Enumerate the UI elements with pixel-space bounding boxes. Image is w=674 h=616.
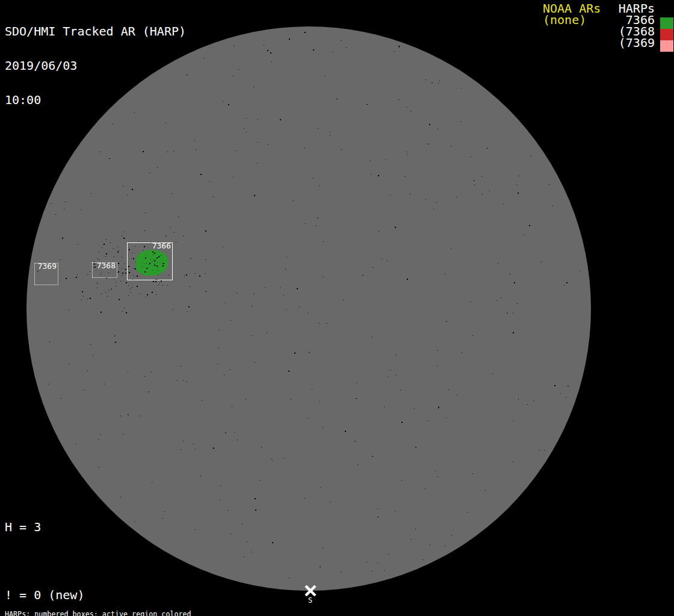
active-region-blob <box>136 250 168 276</box>
page-title: SDO/HMI Tracked AR (HARP) <box>5 26 186 37</box>
time-label: 10:00 <box>5 94 186 106</box>
harp-count: H = 3 <box>5 522 143 533</box>
harps-legend-item: (7369 <box>619 37 655 49</box>
harp-box-7369: 7369 <box>34 263 58 285</box>
harp-box-7366: 7366 <box>127 242 173 280</box>
harps-color-swatches <box>660 17 673 52</box>
noaa-ars-value: (none) <box>543 14 601 26</box>
title-block: SDO/HMI Tracked AR (HARP) 2019/06/03 10:… <box>5 3 186 129</box>
harp-7369-swatch <box>660 40 673 52</box>
harp-box-label: 7368 <box>97 262 116 270</box>
harp-box-label: 7369 <box>38 262 57 271</box>
date-label: 2019/06/03 <box>5 60 186 72</box>
harp-full-disk-plot: SDO/HMI Tracked AR (HARP) 2019/06/03 10:… <box>0 0 674 616</box>
harp-7368-swatch <box>660 29 673 40</box>
noaa-ars-legend: NOAA ARs (none) <box>543 3 601 26</box>
harp-box-label: 7366 <box>152 242 171 250</box>
south-pole-cross-icon <box>304 584 317 597</box>
harps-legend: HARPs 7366 (7368 (7369 <box>619 3 655 49</box>
harp-box-7368: 7368 <box>92 262 117 278</box>
footer-caption: HARPs: numbered boxes; active region col… <box>5 596 250 616</box>
south-pole-label: S <box>308 597 312 604</box>
harp-7366-swatch <box>660 17 673 29</box>
footer-line-harps: HARPs: numbered boxes; active region col… <box>5 611 250 616</box>
